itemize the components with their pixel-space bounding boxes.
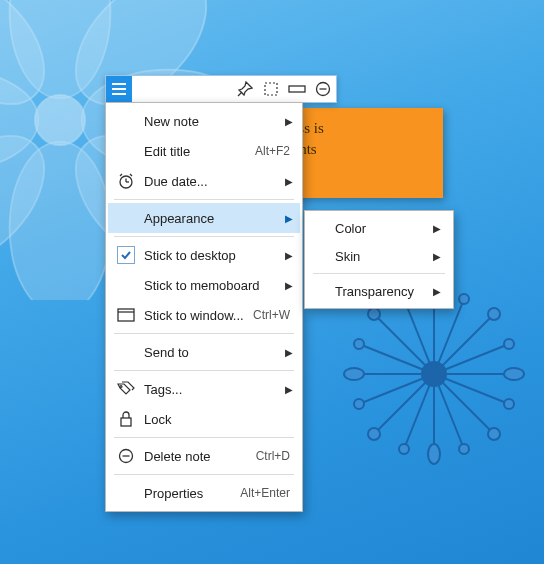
submenu-item-color[interactable]: Color ▶ — [307, 214, 451, 242]
tags-icon — [114, 377, 138, 401]
menu-separator — [114, 236, 294, 237]
menu-item-label: Appearance — [144, 211, 284, 226]
submenu-arrow-icon: ▶ — [433, 251, 443, 262]
menu-item-appearance[interactable]: Appearance ▶ — [108, 203, 300, 233]
menu-item-label: Tags... — [144, 382, 284, 397]
menu-separator — [114, 437, 294, 438]
menu-item-stick-desktop[interactable]: Stick to desktop ▶ — [108, 240, 300, 270]
svg-point-41 — [504, 399, 514, 409]
menu-item-send-to[interactable]: Send to ▶ — [108, 337, 300, 367]
menu-item-label: Stick to desktop — [144, 248, 284, 263]
menu-item-delete-note[interactable]: Delete note Ctrl+D — [108, 441, 300, 471]
menu-item-label: Lock — [144, 412, 294, 427]
svg-point-38 — [354, 339, 364, 349]
menu-separator — [114, 333, 294, 334]
submenu-arrow-icon: ▶ — [433, 223, 443, 234]
hamburger-menu-button[interactable] — [106, 76, 132, 102]
svg-line-45 — [238, 92, 242, 96]
menu-item-label: Due date... — [144, 174, 284, 189]
menu-item-tags[interactable]: Tags... ▶ — [108, 374, 300, 404]
menu-separator — [313, 273, 445, 274]
window-icon — [114, 303, 138, 327]
note-toolbar — [105, 75, 337, 103]
delete-icon — [114, 444, 138, 468]
menu-item-label: Stick to window... — [144, 308, 245, 323]
menu-item-label: New note — [144, 114, 284, 129]
svg-point-35 — [459, 294, 469, 304]
svg-line-16 — [374, 374, 434, 434]
menu-item-stick-window[interactable]: Stick to window... Ctrl+W — [108, 300, 300, 330]
hamburger-icon — [111, 82, 127, 96]
svg-rect-43 — [112, 88, 126, 90]
svg-point-32 — [368, 428, 380, 440]
blank-icon — [114, 273, 138, 297]
svg-point-28 — [344, 368, 364, 380]
svg-line-15 — [434, 314, 494, 374]
submenu-arrow-icon: ▶ — [284, 250, 294, 261]
blank-icon — [114, 206, 138, 230]
menu-separator — [114, 474, 294, 475]
svg-line-17 — [434, 374, 494, 434]
menu-item-shortcut: Alt+F2 — [255, 144, 290, 158]
submenu-arrow-icon: ▶ — [284, 176, 294, 187]
blank-icon — [114, 481, 138, 505]
wide-button[interactable] — [284, 76, 310, 102]
menu-item-shortcut: Ctrl+W — [253, 308, 290, 322]
blank-icon — [114, 109, 138, 133]
menu-item-label: Properties — [144, 486, 232, 501]
svg-rect-56 — [121, 418, 131, 426]
menu-item-stick-memoboard[interactable]: Stick to memoboard ▶ — [108, 270, 300, 300]
submenu-item-label: Skin — [335, 249, 433, 264]
menu-item-shortcut: Ctrl+D — [256, 449, 290, 463]
svg-rect-53 — [118, 309, 134, 321]
menu-item-label: Send to — [144, 345, 284, 360]
selection-icon — [263, 81, 279, 97]
svg-point-31 — [488, 308, 500, 320]
menu-item-lock[interactable]: Lock — [108, 404, 300, 434]
menu-item-label: Delete note — [144, 449, 248, 464]
submenu-item-label: Transparency — [335, 284, 433, 299]
submenu-item-label: Color — [335, 221, 433, 236]
menu-item-properties[interactable]: Properties Alt+Enter — [108, 478, 300, 508]
blank-icon — [114, 340, 138, 364]
svg-point-8 — [35, 95, 85, 145]
svg-point-40 — [504, 339, 514, 349]
svg-point-29 — [504, 368, 524, 380]
svg-point-27 — [428, 444, 440, 464]
menu-item-label: Stick to memoboard — [144, 278, 284, 293]
clock-icon — [114, 169, 138, 193]
selection-button[interactable] — [258, 76, 284, 102]
svg-point-39 — [354, 399, 364, 409]
menu-separator — [114, 199, 294, 200]
pin-button[interactable] — [232, 76, 258, 102]
submenu-item-skin[interactable]: Skin ▶ — [307, 242, 451, 270]
menu-item-new-note[interactable]: New note ▶ — [108, 106, 300, 136]
minimize-circle-icon — [315, 81, 331, 97]
context-menu: New note ▶ Edit title Alt+F2 Due date...… — [105, 102, 303, 512]
submenu-arrow-icon: ▶ — [433, 286, 443, 297]
menu-item-due-date[interactable]: Due date... ▶ — [108, 166, 300, 196]
menu-item-label: Edit title — [144, 144, 247, 159]
svg-point-33 — [488, 428, 500, 440]
menu-item-shortcut: Alt+Enter — [240, 486, 290, 500]
svg-rect-44 — [112, 93, 126, 95]
appearance-submenu: Color ▶ Skin ▶ Transparency ▶ — [304, 210, 454, 309]
minimize-button[interactable] — [310, 76, 336, 102]
checkbox-checked-icon — [114, 243, 138, 267]
svg-line-14 — [374, 314, 434, 374]
submenu-arrow-icon: ▶ — [284, 213, 294, 224]
submenu-arrow-icon: ▶ — [284, 116, 294, 127]
menu-separator — [114, 370, 294, 371]
svg-rect-42 — [112, 83, 126, 85]
pin-icon — [237, 81, 253, 97]
svg-point-37 — [459, 444, 469, 454]
svg-point-30 — [368, 308, 380, 320]
svg-point-36 — [399, 444, 409, 454]
blank-icon — [114, 139, 138, 163]
svg-rect-46 — [265, 83, 277, 95]
submenu-arrow-icon: ▶ — [284, 280, 294, 291]
submenu-arrow-icon: ▶ — [284, 347, 294, 358]
submenu-item-transparency[interactable]: Transparency ▶ — [307, 277, 451, 305]
lock-icon — [114, 407, 138, 431]
menu-item-edit-title[interactable]: Edit title Alt+F2 — [108, 136, 300, 166]
